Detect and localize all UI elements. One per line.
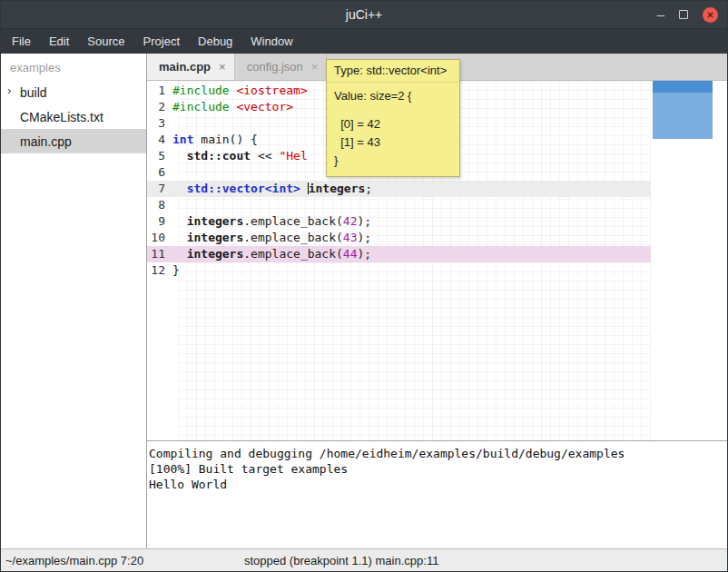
code-token: integers <box>187 214 244 228</box>
tooltip-value-lines: Value: size=2 { [0] = 42 [1] = 43} <box>327 83 459 176</box>
tab-label: config.json <box>247 60 303 74</box>
window-controls: – ✕ <box>657 1 718 28</box>
code-token: int <box>172 133 193 146</box>
tree-item-label: CMakeLists.txt <box>20 110 103 124</box>
maximize-button[interactable] <box>679 10 688 19</box>
line-number[interactable]: 6 <box>147 164 172 181</box>
tree-item-label: build <box>20 85 47 100</box>
code-token: integers <box>309 182 366 195</box>
tab-close-icon[interactable]: × <box>219 60 226 74</box>
menu-item-project[interactable]: Project <box>134 29 189 54</box>
line-number[interactable]: 2 <box>147 99 172 115</box>
app-window: juCi++ – ✕ FileEditSourceProjectDebugWin… <box>0 0 728 572</box>
file-tree-panel: examples ›buildCMakeLists.txtmain.cpp <box>1 54 147 548</box>
code-text[interactable]: #include <vector> <box>172 99 293 115</box>
code-token: ); <box>358 247 372 261</box>
line-number[interactable]: 1 <box>147 83 172 99</box>
code-token: "Hel <box>279 149 307 163</box>
code-token: .emplace_back( <box>243 214 343 228</box>
code-token: << <box>251 149 279 163</box>
code-text[interactable]: int main() { <box>172 132 258 148</box>
tree-item-cmakelists.txt[interactable]: CMakeLists.txt <box>1 104 146 129</box>
code-text[interactable]: std::vector<int> integers; <box>172 181 372 197</box>
code-token: <iostream> <box>236 84 307 97</box>
close-button[interactable]: ✕ <box>703 7 718 23</box>
line-number[interactable]: 11 <box>147 246 172 262</box>
status-bar: ~/examples/main.cpp 7:20 stopped (breakp… <box>1 548 727 571</box>
code-token: #include <box>172 84 236 97</box>
code-text[interactable]: integers.emplace_back(42); <box>172 213 371 230</box>
code-token: 42 <box>343 214 358 228</box>
code-line[interactable]: 8 <box>147 197 651 213</box>
tree-item-build[interactable]: ›build <box>1 80 146 104</box>
code-token: <vector> <box>236 100 293 113</box>
code-line[interactable]: 12} <box>147 262 651 279</box>
code-token: 44 <box>343 247 358 261</box>
tab-config.json[interactable]: config.json× <box>235 54 328 80</box>
line-number[interactable]: 8 <box>147 197 172 213</box>
line-number[interactable]: 9 <box>147 213 172 230</box>
code-text[interactable]: integers.emplace_back(43); <box>172 230 371 246</box>
line-number[interactable]: 3 <box>147 115 172 132</box>
code-token: .emplace_back( <box>243 231 343 244</box>
code-token: integers <box>187 247 244 261</box>
tooltip-value-line: [0] = 42 <box>334 115 452 133</box>
tab-close-icon[interactable]: × <box>311 60 319 74</box>
status-debug-state: stopped (breakpoint 1.1) main.cpp:11 <box>244 554 438 567</box>
line-number[interactable]: 5 <box>147 148 172 164</box>
terminal-line: [100%] Built target examples <box>149 461 725 477</box>
output-terminal[interactable]: Compiling and debugging /home/eidheim/ex… <box>147 443 727 550</box>
menu-item-file[interactable]: File <box>3 29 40 54</box>
code-line[interactable]: 10 integers.emplace_back(43); <box>147 230 651 246</box>
code-text[interactable]: } <box>172 262 180 279</box>
code-token <box>172 182 187 195</box>
debug-value-tooltip: Type: std::vector<int> Value: size=2 { [… <box>326 59 460 177</box>
menu-item-edit[interactable]: Edit <box>40 29 78 54</box>
code-token <box>172 247 187 261</box>
tree-item-main.cpp[interactable]: main.cpp <box>1 129 146 153</box>
code-token: ); <box>358 231 372 244</box>
chevron-right-icon[interactable]: › <box>7 84 11 97</box>
overview-viewport-band <box>653 81 713 93</box>
tab-main.cpp[interactable]: main.cpp× <box>147 54 235 80</box>
line-number[interactable]: 4 <box>147 132 172 148</box>
code-token: 43 <box>343 231 358 244</box>
code-token <box>172 231 187 244</box>
line-number[interactable]: 10 <box>147 230 172 246</box>
line-number[interactable]: 7 <box>147 181 172 197</box>
tab-label: main.cpp <box>159 60 211 74</box>
code-text[interactable]: integers.emplace_back(44); <box>172 246 371 262</box>
source-overview[interactable] <box>651 81 727 440</box>
code-token: std::cout <box>187 149 251 163</box>
menu-item-source[interactable]: Source <box>78 29 133 54</box>
tooltip-type-line: Type: std::vector<int> <box>327 60 459 83</box>
code-token: ; <box>365 182 372 195</box>
menubar: FileEditSourceProjectDebugWindow <box>1 28 727 54</box>
menu-item-window[interactable]: Window <box>241 29 301 54</box>
title-bar: juCi++ – ✕ <box>1 1 727 28</box>
tooltip-value-line: [1] = 43 <box>334 133 452 152</box>
code-token: } <box>172 263 180 277</box>
minimize-button[interactable]: – <box>657 1 664 28</box>
code-line[interactable]: 11 integers.emplace_back(44); <box>147 246 651 262</box>
terminal-line: Compiling and debugging /home/eidheim/ex… <box>149 446 725 461</box>
tooltip-value-line: Value: size=2 { <box>334 87 452 105</box>
file-tree: ›buildCMakeLists.txtmain.cpp <box>1 80 146 153</box>
tree-item-label: main.cpp <box>20 134 72 149</box>
code-token: main() { <box>193 133 257 146</box>
code-line[interactable]: 9 integers.emplace_back(42); <box>147 213 651 230</box>
code-text[interactable]: #include <iostream> <box>172 83 308 99</box>
menu-item-debug[interactable]: Debug <box>189 29 241 54</box>
project-name: examples <box>1 54 146 80</box>
window-title: juCi++ <box>346 7 382 22</box>
code-token: ); <box>358 214 372 228</box>
code-line[interactable]: 7 std::vector<int> integers; <box>147 181 651 197</box>
code-token <box>172 149 187 163</box>
code-token: .emplace_back( <box>243 247 343 261</box>
code-token <box>300 182 308 195</box>
code-token: std::vector<int> <box>187 182 300 195</box>
line-number[interactable]: 12 <box>147 262 172 279</box>
code-token: #include <box>172 100 236 113</box>
code-text[interactable]: std::cout << "Hel <box>172 148 308 164</box>
status-file-position: ~/examples/main.cpp 7:20 <box>5 554 143 567</box>
